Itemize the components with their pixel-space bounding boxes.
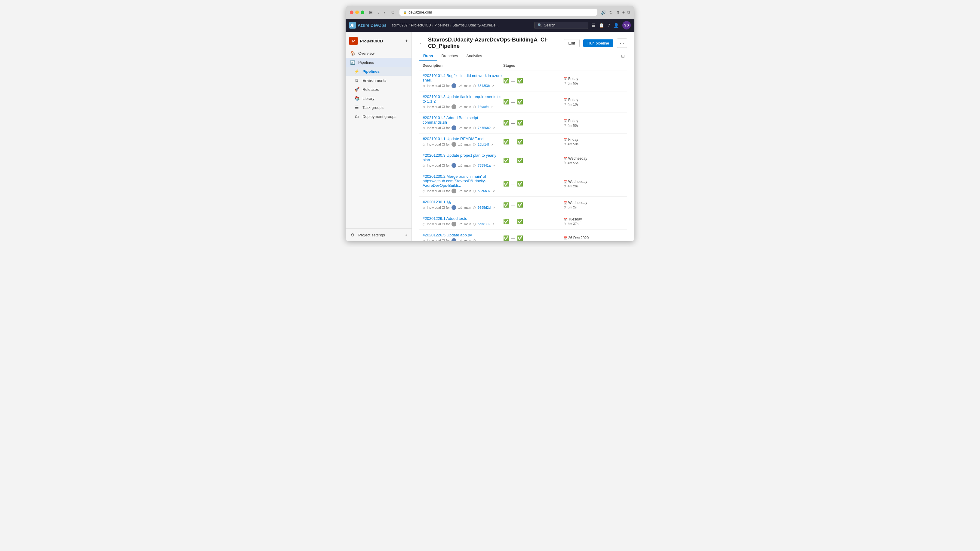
minimize-button[interactable] — [355, 11, 359, 14]
stage2-icon: ✅ — [517, 181, 523, 187]
browser-actions: 🔊 ↻ — [601, 10, 613, 15]
ado-logo[interactable]: Azure DevOps — [349, 22, 387, 29]
stage-separator: — — [511, 139, 515, 144]
pipeline-header: ← StavrosD.Udacity-AzureDevOps-BuildingA… — [412, 32, 635, 49]
person-icon[interactable]: 👤 — [614, 23, 619, 28]
branch-icon: ⎇ — [458, 222, 462, 226]
list-icon[interactable]: ☰ — [591, 23, 595, 28]
run-title[interactable]: #20210101.4 Bugfix: lint did not work in… — [423, 73, 503, 83]
sidebar-item-library[interactable]: 📚 Library — [345, 94, 412, 103]
commit-icon: ⬡ — [473, 126, 476, 130]
run-title[interactable]: #20201230.1 §§ — [423, 200, 503, 204]
table-row[interactable]: #20201226.5 Update app.py ◇ Individual C… — [419, 230, 627, 241]
user-avatar — [452, 163, 456, 168]
back-browser-button[interactable]: ‹ — [376, 10, 380, 15]
table-row[interactable]: #20201230.1 §§ ◇ Individual CI for ⎇ mai… — [419, 197, 627, 213]
tag-icon: ◇ — [423, 164, 425, 168]
forward-browser-button[interactable]: › — [383, 10, 387, 15]
duration-label: 4m 55s — [568, 161, 578, 165]
run-meta-text: Individual CI for — [427, 222, 450, 226]
run-title[interactable]: #20201230.2 Merge branch 'main' of https… — [423, 174, 503, 188]
sidebar-item-overview[interactable]: 🏠 Overview — [345, 49, 412, 58]
ado-icon — [349, 22, 356, 29]
run-meta: ◇ Individual CI for ⎇ main ⬡ 755941a ↗ — [423, 163, 503, 168]
calendar-icon: 📅 — [563, 77, 567, 80]
sidebar-item-pipelines[interactable]: ⚡ Pipelines — [345, 67, 412, 76]
browser-controls: ⊞ ‹ › — [368, 10, 386, 15]
breadcrumb-org[interactable]: sdim0959 — [392, 23, 407, 27]
new-tab-icon[interactable]: + — [622, 10, 625, 15]
tab-branches[interactable]: Branches — [438, 51, 462, 61]
help-icon[interactable]: ? — [608, 23, 610, 28]
run-title[interactable]: #20210101.3 Update flask in requirements… — [423, 94, 503, 103]
run-day: 📅 Wednesday — [563, 156, 624, 160]
sidebar-item-environments[interactable]: 🖥 Environments — [345, 76, 412, 85]
date-cell: 📅 Friday ⏱ 3m 55s — [563, 77, 624, 85]
sidebar-item-deployment-groups[interactable]: 🗂 Deployment groups — [345, 112, 412, 121]
table-row[interactable]: #20201229.1 Added tests ◇ Individual CI … — [419, 213, 627, 230]
run-description: #20210101.4 Bugfix: lint did not work in… — [423, 73, 503, 88]
clipboard-icon[interactable]: 📋 — [599, 23, 604, 28]
refresh-icon[interactable]: ↻ — [609, 10, 613, 15]
table-row[interactable]: #20210101.4 Bugfix: lint did not work in… — [419, 70, 627, 91]
run-title[interactable]: #20210101.2 Added Bash script commands.s… — [423, 116, 503, 124]
table-row[interactable]: #20201230.2 Merge branch 'main' of https… — [419, 171, 627, 197]
stage2-icon: ✅ — [517, 120, 523, 126]
settings-icon: ⚙ — [350, 232, 355, 237]
stages-cell: ✅ — ✅ — [503, 120, 563, 126]
stages-cell: ✅ — ✅ — [503, 219, 563, 224]
sidebar-item-releases[interactable]: 🚀 Releases — [345, 85, 412, 94]
run-title[interactable]: #20201226.5 Update app.py — [423, 233, 503, 237]
split-view-icon[interactable]: ⧉ — [627, 10, 630, 15]
stages-cell: ✅ — ✅ — [503, 157, 563, 163]
user-avatar — [452, 238, 456, 241]
run-description: #20210101.2 Added Bash script commands.s… — [423, 116, 503, 130]
breadcrumb-project[interactable]: ProjectCICD — [411, 23, 431, 27]
back-button[interactable]: ← — [419, 40, 425, 46]
filter-icon[interactable]: ⊞ — [619, 51, 627, 61]
breadcrumb: sdim0959 / ProjectCICD / Pipelines / Sta… — [392, 23, 499, 27]
run-commit: 755941a — [478, 164, 491, 167]
sidebar-label-library: Library — [363, 96, 374, 101]
link-icon: ↗ — [492, 206, 495, 209]
run-description: #20210101.3 Update flask in requirements… — [423, 94, 503, 109]
breadcrumb-current: StavrosD.Udacity-AzureDe... — [452, 23, 498, 27]
more-options-button[interactable]: ⋯ — [617, 38, 627, 48]
sidebar-toggle-button[interactable]: ⊞ — [368, 10, 374, 15]
stages-cell: ✅ — ✅ — [503, 139, 563, 144]
run-description: #20201226.5 Update app.py ◇ Individual C… — [423, 233, 503, 241]
share-icon[interactable]: ⬆ — [616, 10, 620, 15]
top-nav: Azure DevOps sdim0959 / ProjectCICD / Pi… — [345, 19, 635, 32]
run-pipeline-button[interactable]: Run pipeline — [583, 40, 613, 47]
sidebar-item-project-settings[interactable]: ⚙ Project settings « — [345, 230, 412, 240]
sidebar-item-pipelines-section[interactable]: 🔄 Pipelines — [345, 58, 412, 67]
avatar[interactable]: SD — [622, 21, 631, 30]
table-row[interactable]: #20201230.3 Update project plan to yearl… — [419, 150, 627, 171]
tab-analytics[interactable]: Analytics — [462, 51, 486, 61]
traffic-lights[interactable] — [350, 11, 364, 14]
run-title[interactable]: #20201229.1 Added tests — [423, 216, 503, 221]
table-row[interactable]: #20210101.3 Update flask in requirements… — [419, 91, 627, 113]
run-meta: ◇ Individual CI for ⎇ main ⬡ — [423, 238, 503, 241]
edit-button[interactable]: Edit — [564, 39, 579, 47]
sidebar-item-task-groups[interactable]: ☰ Task groups — [345, 103, 412, 112]
address-bar[interactable]: 🔒 dev.azure.com — [399, 9, 597, 16]
collapse-button[interactable]: « — [405, 233, 407, 237]
table-row[interactable]: #20210101.2 Added Bash script commands.s… — [419, 113, 627, 133]
stage2-icon: ✅ — [517, 99, 523, 105]
table-row[interactable]: #20210101.1 Update README.md ◇ Individua… — [419, 133, 627, 150]
close-button[interactable] — [350, 11, 353, 14]
run-day: 📅 Friday — [563, 137, 624, 142]
breadcrumb-pipelines[interactable]: Pipelines — [434, 23, 449, 27]
run-branch: main — [464, 222, 471, 226]
duration-label: 4m 10s — [568, 103, 578, 106]
run-description: #20201230.1 §§ ◇ Individual CI for ⎇ mai… — [423, 200, 503, 210]
run-title[interactable]: #20210101.1 Update README.md — [423, 137, 503, 141]
stages-cell: ✅ — ✅ — [503, 78, 563, 84]
maximize-button[interactable] — [361, 11, 364, 14]
search-box[interactable]: 🔍 Search — [534, 22, 589, 29]
add-project-button[interactable]: + — [405, 38, 408, 44]
run-title[interactable]: #20201230.3 Update project plan to yearl… — [423, 153, 503, 162]
tab-runs[interactable]: Runs — [419, 51, 438, 61]
branch-icon: ⎇ — [458, 164, 462, 168]
